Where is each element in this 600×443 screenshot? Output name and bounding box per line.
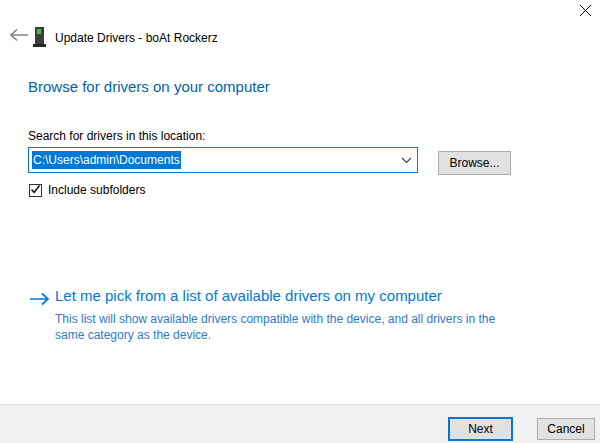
chevron-down-icon[interactable] [396,148,417,172]
cancel-button[interactable]: Cancel [537,418,595,440]
pick-from-list-title[interactable]: Let me pick from a list of available dri… [55,287,442,304]
driver-path-combobox[interactable]: C:\Users\admin\Documents [28,147,418,173]
dialog-footer: Next Cancel [0,404,600,443]
browse-button[interactable]: Browse... [438,151,511,175]
include-subfolders-checkbox[interactable] [29,184,42,197]
search-location-label: Search for drivers in this location: [28,129,205,143]
page-heading: Browse for drivers on your computer [28,78,270,95]
back-arrow-icon [9,28,29,45]
right-arrow-icon [29,292,50,310]
close-icon [579,4,592,20]
include-subfolders-checkbox-row[interactable]: Include subfolders [29,183,145,197]
update-drivers-dialog: Update Drivers - boAt Rockerz Browse for… [0,0,600,443]
driver-path-value[interactable]: C:\Users\admin\Documents [32,151,181,169]
back-button[interactable] [8,28,30,44]
next-button[interactable]: Next [448,417,513,441]
include-subfolders-label: Include subfolders [48,183,145,197]
close-button[interactable] [575,2,595,22]
dialog-title: Update Drivers - boAt Rockerz [55,31,218,45]
device-icon [33,27,47,48]
checkmark-icon [30,181,41,199]
pick-from-list-description: This list will show available drivers co… [55,311,510,343]
